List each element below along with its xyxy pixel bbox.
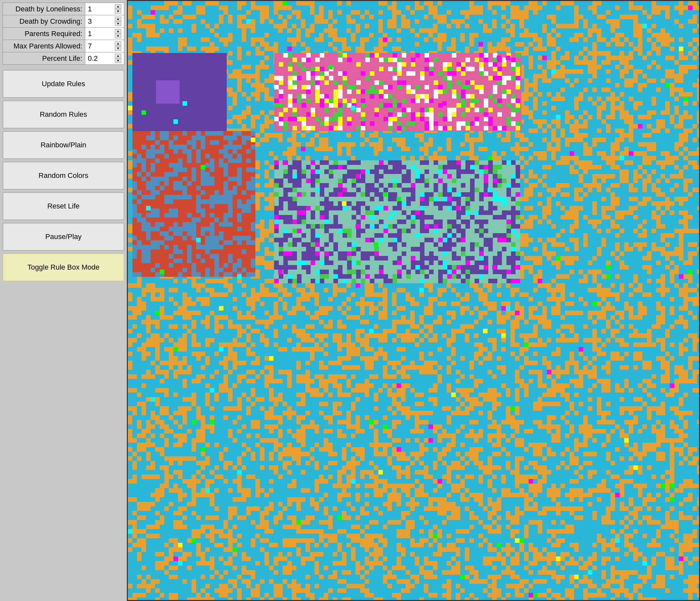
- pause-play-button[interactable]: Pause/Play: [3, 223, 124, 251]
- spin-up-max-parents[interactable]: ▲: [115, 41, 121, 46]
- random-rules-button[interactable]: Random Rules: [3, 100, 124, 128]
- toggle-rule-box-button[interactable]: Toggle Rule Box Mode: [3, 253, 124, 281]
- spin-up-percent-life[interactable]: ▲: [115, 54, 121, 58]
- control-row-death-loneliness: Death by Loneliness: 1 ▲ ▼: [3, 3, 124, 15]
- rainbow-plain-button[interactable]: Rainbow/Plain: [3, 131, 124, 159]
- life-canvas: [128, 1, 699, 600]
- label-death-crowding: Death by Crowding:: [3, 15, 85, 28]
- label-max-parents: Max Parents Allowed:: [3, 40, 85, 52]
- value-death-crowding[interactable]: 3 ▲ ▼: [85, 15, 124, 28]
- control-row-death-crowding: Death by Crowding: 3 ▲ ▼: [3, 15, 124, 28]
- label-percent-life: Percent Life:: [3, 52, 85, 65]
- spin-up-death-loneliness[interactable]: ▲: [115, 4, 121, 9]
- value-parents-required[interactable]: 1 ▲ ▼: [85, 28, 124, 40]
- value-text-parents-required: 1: [88, 30, 92, 38]
- value-text-max-parents: 7: [88, 42, 92, 50]
- random-colors-button[interactable]: Random Colors: [3, 161, 124, 190]
- spin-up-parents-required[interactable]: ▲: [115, 29, 121, 33]
- label-parents-required: Parents Required:: [3, 28, 85, 40]
- spin-down-death-loneliness[interactable]: ▼: [115, 9, 121, 14]
- value-text-percent-life: 0.2: [88, 54, 98, 63]
- label-death-loneliness: Death by Loneliness:: [3, 3, 85, 15]
- control-row-parents-required: Parents Required: 1 ▲ ▼: [3, 28, 124, 40]
- controls-table: Death by Loneliness: 1 ▲ ▼ Death by Crow…: [3, 3, 124, 65]
- value-max-parents[interactable]: 7 ▲ ▼: [85, 40, 124, 52]
- left-panel: Death by Loneliness: 1 ▲ ▼ Death by Crow…: [0, 0, 127, 601]
- canvas-area: [127, 0, 700, 601]
- spin-down-max-parents[interactable]: ▼: [115, 46, 121, 51]
- value-percent-life[interactable]: 0.2 ▲ ▼: [85, 52, 124, 65]
- spin-down-death-crowding[interactable]: ▼: [115, 22, 121, 26]
- spin-down-parents-required[interactable]: ▼: [115, 34, 121, 39]
- control-row-percent-life: Percent Life: 0.2 ▲ ▼: [3, 52, 124, 65]
- value-death-loneliness[interactable]: 1 ▲ ▼: [85, 3, 124, 15]
- reset-life-button[interactable]: Reset Life: [3, 192, 124, 220]
- spin-down-percent-life[interactable]: ▼: [115, 58, 121, 63]
- control-row-max-parents: Max Parents Allowed: 7 ▲ ▼: [3, 40, 124, 52]
- value-text-death-crowding: 3: [88, 17, 92, 26]
- update-rules-button[interactable]: Update Rules: [3, 70, 124, 98]
- spin-up-death-crowding[interactable]: ▲: [115, 17, 121, 21]
- buttons-container: Update RulesRandom RulesRainbow/PlainRan…: [3, 70, 124, 284]
- value-text-death-loneliness: 1: [88, 5, 92, 13]
